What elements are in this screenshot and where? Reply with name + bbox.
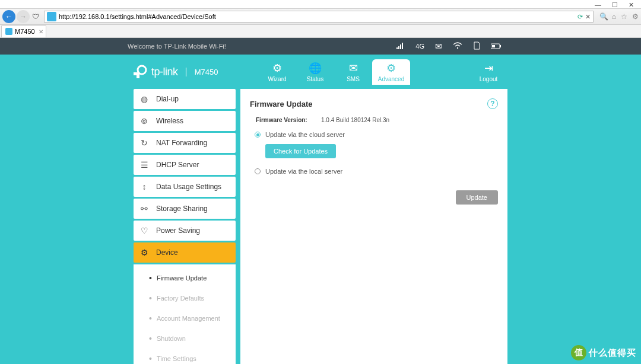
nav-logout[interactable]: ⇥Logout — [469, 59, 507, 85]
main-nav: ⚙Wizard 🌐Status ✉SMS ⚙Advanced ⇥Logout — [258, 59, 507, 85]
browser-tab[interactable]: M7450 ✕ — [1, 25, 46, 37]
tab-bar: M7450 ✕ — [0, 25, 641, 38]
maximize-icon[interactable]: ☐ — [612, 1, 618, 8]
watermark-text: 什么值得买 — [589, 347, 636, 359]
search-icon[interactable]: 🔍 — [599, 12, 608, 21]
shield-icon: 🛡 — [32, 12, 39, 21]
url-input[interactable] — [59, 13, 575, 20]
signal-icon — [396, 41, 405, 51]
page-viewport: Welcome to TP-Link Mobile Wi-Fi! 4G ✉ tp… — [0, 38, 641, 364]
svg-point-4 — [457, 47, 458, 49]
sidebar-item-storage[interactable]: ⚯Storage Sharing — [134, 199, 236, 219]
tab-close-icon[interactable]: ✕ — [39, 28, 43, 35]
nav-sms[interactable]: ✉SMS — [334, 59, 372, 85]
minimize-icon[interactable]: — — [595, 1, 601, 8]
sd-icon — [473, 41, 480, 52]
fw-version-value: 1.0.4 Build 180124 Rel.3n — [321, 117, 389, 123]
wizard-icon: ⚙ — [258, 62, 296, 75]
browser-toolbar: ← → 🛡 ⟳ ✕ 🔍 ⌂ ☆ ⚙ — [0, 8, 641, 25]
sidebar-item-dialup[interactable]: ◍Dial-up — [134, 89, 236, 109]
stop-icon[interactable]: ✕ — [585, 13, 591, 21]
radio-cloud[interactable] — [255, 132, 261, 138]
svg-rect-2 — [400, 44, 401, 49]
site-favicon — [47, 12, 56, 21]
svg-rect-3 — [402, 43, 403, 49]
home-icon[interactable]: ⌂ — [612, 12, 616, 21]
forward-button: → — [17, 10, 30, 23]
top-bar: Welcome to TP-Link Mobile Wi-Fi! 4G ✉ — [0, 38, 641, 55]
close-icon[interactable]: ✕ — [629, 1, 634, 8]
radio-local[interactable] — [255, 168, 261, 174]
envelope-icon: ✉ — [334, 62, 372, 75]
update-button[interactable]: Update — [456, 190, 498, 205]
sub-account[interactable]: Account Management — [134, 308, 236, 328]
sidebar-item-dhcp[interactable]: ☰DHCP Server — [134, 155, 236, 175]
favorites-icon[interactable]: ☆ — [621, 12, 627, 21]
nav-wizard[interactable]: ⚙Wizard — [258, 59, 296, 85]
tab-favicon — [5, 28, 12, 35]
wifi-icon — [453, 41, 462, 51]
share-icon: ⚯ — [139, 204, 149, 213]
nav-status[interactable]: 🌐Status — [296, 59, 334, 85]
dialup-icon: ◍ — [139, 94, 149, 104]
gears-icon: ⚙ — [372, 62, 410, 75]
server-icon: ☰ — [139, 160, 149, 170]
option-local[interactable]: Update via the local server — [250, 165, 498, 177]
tab-title: M7450 — [15, 28, 35, 35]
sidebar-item-data[interactable]: ↕Data Usage Settings — [134, 177, 236, 197]
brand-name: tp-link — [151, 66, 178, 78]
nat-icon: ↻ — [139, 138, 149, 148]
sub-firmware[interactable]: Firmware Update — [134, 268, 236, 288]
watermark: 值 什么值得买 — [571, 345, 636, 360]
panel-title: Firmware Update — [250, 100, 312, 108]
settings-icon[interactable]: ⚙ — [632, 12, 639, 21]
wireless-icon: ⊚ — [139, 116, 149, 126]
help-icon[interactable]: ? — [487, 98, 498, 109]
shield-icon: ♡ — [139, 226, 149, 235]
svg-rect-1 — [398, 46, 399, 49]
sidebar-item-wireless[interactable]: ⊚Wireless — [134, 111, 236, 131]
tplink-logo-icon — [134, 65, 148, 79]
sub-shutdown[interactable]: Shutdown — [134, 328, 236, 349]
nav-advanced[interactable]: ⚙Advanced — [372, 59, 410, 85]
sidebar: ◍Dial-up ⊚Wireless ↻NAT Forwarding ☰DHCP… — [134, 89, 236, 364]
address-bar[interactable]: ⟳ ✕ — [44, 11, 594, 23]
svg-rect-6 — [500, 45, 501, 47]
content-panel: Firmware Update ? Firmware Version: 1.0.… — [240, 89, 507, 364]
page-header: tp-link | M7450 ⚙Wizard 🌐Status ✉SMS ⚙Ad… — [134, 55, 507, 89]
sidebar-item-nat[interactable]: ↻NAT Forwarding — [134, 133, 236, 153]
battery-icon — [491, 41, 502, 51]
watermark-badge-icon: 值 — [571, 345, 586, 360]
model-name: M7450 — [195, 68, 218, 76]
brand-logo: tp-link | M7450 — [134, 65, 218, 79]
svg-rect-10 — [134, 72, 139, 75]
data-icon: ↕ — [139, 182, 149, 191]
mail-icon[interactable]: ✉ — [435, 41, 442, 51]
device-submenu: Firmware Update Factory Defaults Account… — [134, 264, 236, 364]
logout-icon: ⇥ — [469, 62, 507, 75]
sidebar-item-device[interactable]: ⚙Device — [134, 242, 236, 263]
network-label: 4G — [415, 43, 424, 50]
sub-time[interactable]: Time Settings — [134, 349, 236, 364]
check-updates-button[interactable]: Check for Updates — [265, 144, 336, 158]
svg-rect-0 — [396, 47, 398, 49]
sub-factory[interactable]: Factory Defaults — [134, 288, 236, 308]
globe-icon: 🌐 — [296, 62, 334, 75]
option-cloud[interactable]: Update via the cloud server — [250, 129, 498, 141]
fw-version-label: Firmware Version: — [256, 117, 321, 123]
svg-rect-7 — [492, 45, 495, 47]
gear-icon: ⚙ — [139, 248, 149, 257]
welcome-text: Welcome to TP-Link Mobile Wi-Fi! — [128, 43, 226, 50]
refresh-icon[interactable]: ⟳ — [577, 13, 583, 21]
sidebar-item-power[interactable]: ♡Power Saving — [134, 221, 236, 241]
back-button[interactable]: ← — [2, 10, 15, 23]
